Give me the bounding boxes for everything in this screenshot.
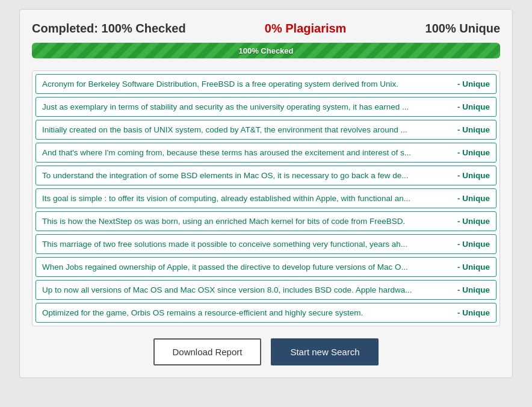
result-text: This marriage of two free solutions made… [42,240,451,249]
result-status: - Unique [457,102,490,111]
progress-bar-container: 100% Checked [32,43,500,58]
result-text: And that's where I'm coming from, becaus… [42,148,451,157]
result-status: - Unique [457,125,490,134]
results-container: Acronym for Berkeley Software Distributi… [32,70,500,326]
header-row: Completed: 100% Checked 0% Plagiarism 10… [32,22,500,36]
result-row: Acronym for Berkeley Software Distributi… [36,74,496,94]
result-row: Initially created on the basis of UNIX s… [36,120,496,140]
result-text: To understand the integration of some BS… [42,171,451,180]
result-row: This marriage of two free solutions made… [36,234,496,254]
result-text: This is how the NextStep os was born, us… [42,217,451,226]
result-row: Optimized for the game, Orbis OS remains… [36,303,496,323]
result-text: Up to now all versions of Mac OS and Mac… [42,285,451,294]
plagiarism-label: 0% Plagiarism [265,22,347,36]
progress-bar-label: 100% Checked [32,46,500,55]
result-text: Optimized for the game, Orbis OS remains… [42,308,451,317]
result-status: - Unique [457,217,490,226]
download-report-button[interactable]: Download Report [153,338,262,365]
result-text: When Jobs regained ownership of Apple, i… [42,263,451,272]
result-status: - Unique [457,240,490,249]
result-text: Its goal is simple : to offer its vision… [42,194,451,203]
result-row: Just as exemplary in terms of stability … [36,97,496,117]
buttons-row: Download Report Start new Search [32,338,500,365]
main-container: Completed: 100% Checked 0% Plagiarism 10… [19,9,513,378]
result-status: - Unique [457,79,490,89]
result-status: - Unique [457,148,490,157]
unique-label: 100% Unique [425,22,500,36]
completed-label: Completed: 100% Checked [32,22,186,36]
result-status: - Unique [457,263,490,272]
result-row: Up to now all versions of Mac OS and Mac… [36,280,496,300]
result-status: - Unique [457,308,490,317]
result-row: When Jobs regained ownership of Apple, i… [36,257,496,277]
result-row: And that's where I'm coming from, becaus… [36,143,496,163]
result-row: To understand the integration of some BS… [36,166,496,185]
start-new-search-button[interactable]: Start new Search [271,338,379,365]
result-status: - Unique [457,285,490,294]
result-text: Just as exemplary in terms of stability … [42,102,451,111]
result-row: Its goal is simple : to offer its vision… [36,188,496,208]
result-text: Acronym for Berkeley Software Distributi… [42,79,451,89]
result-status: - Unique [457,194,490,203]
result-row: This is how the NextStep os was born, us… [36,211,496,231]
result-text: Initially created on the basis of UNIX s… [42,125,451,134]
result-status: - Unique [457,171,490,180]
